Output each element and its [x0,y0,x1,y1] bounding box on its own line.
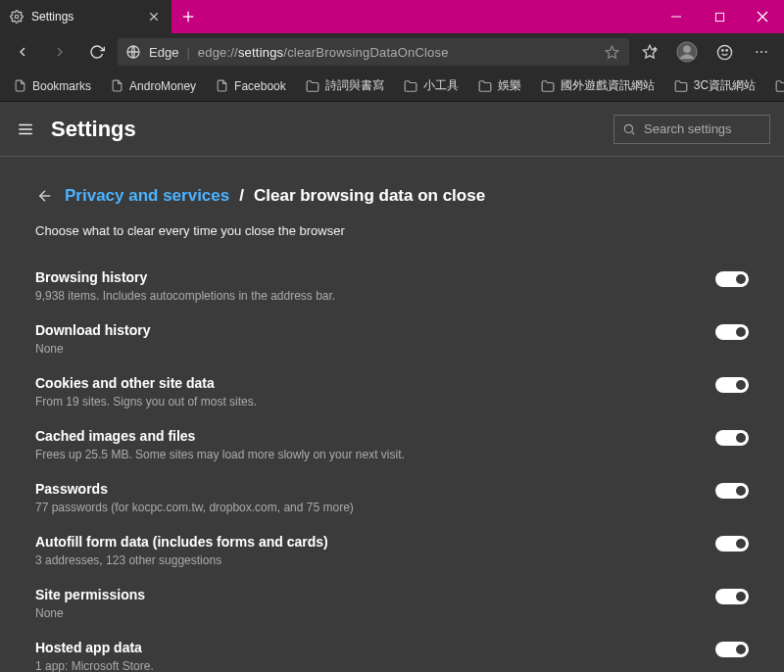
toggle-knob [736,645,746,654]
search-icon [622,122,636,136]
hamburger-menu-icon[interactable] [14,118,37,141]
toggle-knob [736,327,746,337]
bookmark-label: AndroMoney [129,79,196,93]
svg-point-16 [717,45,731,59]
option-title: Browsing history [35,269,704,285]
option-text: Hosted app data1 app: Microsoft Store. [35,640,715,672]
option-row: Hosted app data1 app: Microsoft Store. [35,630,749,672]
option-text: Download historyNone [35,322,715,356]
close-tab-icon[interactable] [146,9,162,24]
option-row: Download historyNone [35,312,749,365]
toggle-switch[interactable] [715,536,749,552]
option-text: Site permissionsNone [35,587,715,620]
minimize-button[interactable] [655,0,698,33]
toggle-switch[interactable] [715,483,749,499]
option-row: Browsing history9,938 items. Includes au… [35,260,749,312]
option-title: Cookies and other site data [35,375,704,391]
bookmark-item[interactable]: AndroMoney [103,75,204,97]
bookmark-label: 娛樂 [498,77,521,94]
option-row: Cached images and filesFrees up 25.5 MB.… [35,418,749,471]
maximize-button[interactable] [698,0,741,33]
breadcrumb: Privacy and services / Clear browsing da… [35,186,749,206]
svg-point-0 [15,15,19,19]
option-title: Download history [35,322,704,338]
svg-rect-6 [715,13,723,21]
favorites-button[interactable] [633,35,666,69]
bookmark-label: 3C資訊網站 [694,77,756,94]
bookmark-item[interactable]: Facebook [208,75,294,97]
more-menu-button[interactable] [745,35,778,69]
breadcrumb-parent-link[interactable]: Privacy and services [65,186,229,206]
browser-toolbar: Edge | edge://settings/clearBrowsingData… [0,33,784,71]
bookmarks-bar: BookmarksAndroMoneyFacebook詩詞與書寫小工具娛樂國外遊… [0,71,784,102]
favorite-star-icon[interactable] [602,42,621,62]
toggle-switch[interactable] [715,271,749,287]
toggle-switch[interactable] [715,324,749,340]
back-button[interactable] [6,35,39,69]
option-description: 3 addresses, 123 other suggestions [35,553,704,567]
bookmark-item[interactable]: 小工具 [396,73,466,98]
svg-point-20 [760,51,762,53]
breadcrumb-current: Clear browsing data on close [254,186,485,206]
address-separator: | [186,45,189,60]
toggle-switch[interactable] [715,377,749,393]
address-url: edge://settings/clearBrowsingDataOnClose [198,45,449,60]
window-titlebar: Settings [0,0,784,33]
svg-point-19 [756,51,758,53]
option-description: Frees up 25.5 MB. Some sites may load mo… [35,448,704,461]
svg-line-26 [632,131,635,134]
option-title: Cached images and files [35,428,704,444]
section-subtitle: Choose what to clear every time you clos… [35,223,749,238]
bookmark-item[interactable]: 3C資訊網站 [666,73,763,98]
url-path: /clearBrowsingDataOnClose [283,45,448,60]
options-list: Browsing history9,938 items. Includes au… [35,260,749,672]
option-text: Autofill form data (includes forms and c… [35,534,715,567]
address-brand: Edge [149,45,178,60]
feedback-button[interactable] [708,35,741,69]
refresh-button[interactable] [80,35,114,69]
search-settings-input[interactable]: Search settings [613,115,770,144]
settings-title: Settings [51,117,600,142]
option-title: Passwords [35,481,704,497]
option-title: Autofill form data (includes forms and c… [35,534,704,550]
address-bar[interactable]: Edge | edge://settings/clearBrowsingData… [118,38,629,66]
option-description: None [35,342,704,356]
svg-point-25 [624,124,632,132]
browser-tab[interactable]: Settings [0,0,172,33]
option-text: Passwords77 passwords (for kocpc.com.tw,… [35,481,715,514]
profile-button[interactable] [670,35,704,69]
svg-point-21 [765,51,767,53]
breadcrumb-back-icon[interactable] [35,186,55,206]
gear-icon [10,10,24,24]
toggle-knob [736,486,746,496]
option-description: 9,938 items. Includes autocompletions in… [35,289,704,303]
toggle-switch[interactable] [715,642,749,657]
option-text: Cookies and other site dataFrom 19 sites… [35,375,715,408]
bookmark-item[interactable]: 國外遊戲資訊網站 [533,73,662,98]
search-placeholder: Search settings [644,121,732,136]
new-tab-button[interactable] [172,0,205,33]
toggle-switch[interactable] [715,589,749,604]
bookmark-item[interactable]: 詩詞與書寫 [298,73,392,98]
svg-point-17 [721,49,722,50]
option-title: Hosted app data [35,640,704,655]
option-row: Autofill form data (includes forms and c… [35,524,749,577]
toggle-switch[interactable] [715,430,749,446]
option-description: None [35,606,704,620]
toggle-knob [736,539,746,549]
svg-point-18 [725,49,726,50]
url-scheme: edge:// [198,45,238,60]
option-description: From 19 sites. Signs you out of most sit… [35,395,704,408]
tab-title: Settings [31,10,138,24]
close-window-button[interactable] [741,0,784,33]
forward-button[interactable] [43,35,76,69]
bookmark-item[interactable]: 品牌Newsroom [767,73,784,98]
window-controls [655,0,784,33]
settings-content: Privacy and services / Clear browsing da… [0,157,784,672]
bookmark-item[interactable]: Bookmarks [6,75,99,97]
toggle-knob [736,380,746,390]
bookmark-label: Bookmarks [32,79,91,93]
url-host: settings [238,45,283,60]
bookmark-item[interactable]: 娛樂 [470,73,529,98]
breadcrumb-separator: / [239,186,244,206]
